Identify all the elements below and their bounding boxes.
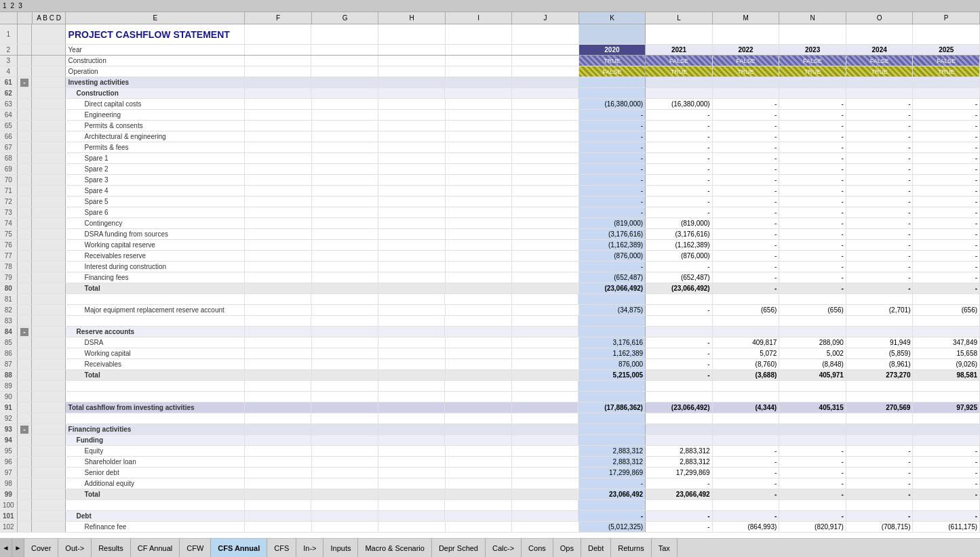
cell-k-63: (16,380,000) <box>579 99 646 109</box>
cell-label-102: Refinance fee <box>66 522 245 532</box>
cell-label-64: Engineering <box>66 110 245 120</box>
tab-inputs[interactable]: Inputs <box>324 539 358 557</box>
cell-label-76: Working capital reserve <box>66 240 245 250</box>
cell-k-98: - <box>579 478 646 489</box>
tab-ops[interactable]: Ops <box>553 539 581 557</box>
cell-p-95: - <box>913 446 980 456</box>
row-num-100: 100 <box>0 500 18 510</box>
tab-depr-sched[interactable]: Depr Sched <box>432 539 486 557</box>
cell-l-70: - <box>646 175 713 185</box>
collapse-btn-84[interactable]: - <box>20 328 28 336</box>
row-num-67: 67 <box>0 142 18 152</box>
cell-n-93 <box>779 424 846 434</box>
tab-tax[interactable]: Tax <box>652 539 678 557</box>
cell-m-97: - <box>713 468 780 478</box>
cell-p-94 <box>913 435 980 445</box>
cell-k-80: (23,066,492) <box>579 283 646 293</box>
cell-m-66: - <box>713 131 780 142</box>
tab-cons[interactable]: Cons <box>522 539 553 557</box>
cell-k-64: - <box>579 110 646 120</box>
year-header-row: 2 Year 2020 2021 2022 2023 2024 2025 <box>0 45 980 56</box>
cell-k-81 <box>579 294 646 304</box>
tab-top-2[interactable]: 2 <box>11 2 15 9</box>
table-row: 68 Spare 1 - - - - - - <box>0 153 980 164</box>
row-num-81: 81 <box>0 294 18 304</box>
cell-n-95: - <box>779 446 846 456</box>
row-num-85: 85 <box>0 337 18 348</box>
cell-o-95: - <box>846 446 914 456</box>
row-num-92: 92 <box>0 413 18 424</box>
tab-cfs[interactable]: CFS <box>267 539 296 557</box>
cell-n-73: - <box>779 207 846 218</box>
cell-m-89 <box>713 381 780 391</box>
cell-m-90 <box>713 392 780 402</box>
tab-results[interactable]: Results <box>92 539 131 557</box>
tab-returns[interactable]: Returns <box>611 539 652 557</box>
cell-m-101: - <box>713 511 780 521</box>
cell-label-63: Direct capital costs <box>66 99 245 109</box>
cell-o-71: - <box>846 186 914 196</box>
cell-l-94 <box>646 435 713 445</box>
table-row: 100 <box>0 500 980 511</box>
cell-p-98: - <box>913 478 980 489</box>
tab-top-1[interactable]: 1 <box>3 2 7 9</box>
cell-p-75: - <box>913 229 980 239</box>
cell-o-85: 91,949 <box>846 337 914 348</box>
tab-prev[interactable]: ◄ <box>0 539 12 557</box>
tab-calc--[interactable]: Calc-> <box>486 539 522 557</box>
cell-label-90 <box>66 392 245 402</box>
cell-l-87: - <box>646 359 713 369</box>
cell-p-65: - <box>913 121 980 131</box>
cell-l-82: - <box>646 305 713 315</box>
tab-cover[interactable]: Cover <box>24 539 58 557</box>
cell-p-102: (611,175) <box>913 522 980 532</box>
table-row: 94 Funding <box>0 435 980 446</box>
cell-n-78: - <box>779 262 846 272</box>
collapse-btn-61[interactable]: - <box>20 79 28 87</box>
tab-next[interactable]: ► <box>12 539 24 557</box>
cell-k-95: 2,883,312 <box>579 446 646 456</box>
cell-o-93 <box>846 424 914 434</box>
tab-cfs-annual[interactable]: CFS Annual <box>211 539 267 557</box>
tab-out--[interactable]: Out-> <box>58 539 92 557</box>
table-row: 62 Construction <box>0 88 980 99</box>
collapse-btn-93[interactable]: - <box>20 426 28 434</box>
cell-k-84 <box>579 327 646 337</box>
tab-debt[interactable]: Debt <box>581 539 611 557</box>
cell-k-94 <box>579 435 646 445</box>
cell-p-96: - <box>913 457 980 467</box>
cell-l-92 <box>646 413 713 424</box>
tab-macro---scenario[interactable]: Macro & Scenario <box>358 539 431 557</box>
row-num-61: 61 <box>0 77 18 87</box>
cell-m-92 <box>713 413 780 424</box>
cell-l-74: (819,000) <box>646 218 713 228</box>
cell-p-83 <box>913 316 980 326</box>
row-num-68: 68 <box>0 153 18 163</box>
cell-k-85: 3,176,616 <box>579 337 646 348</box>
cell-p-67: - <box>913 142 980 152</box>
cell-label-82: Major equipment replacement reserve acco… <box>66 305 245 315</box>
tab-in--[interactable]: In-> <box>296 539 324 557</box>
row-num-63: 63 <box>0 99 18 109</box>
tab-cf-annual[interactable]: CF Annual <box>131 539 180 557</box>
row-num-73: 73 <box>0 207 18 218</box>
tab-top-3[interactable]: 3 <box>18 2 22 9</box>
row-num-71: 71 <box>0 186 18 196</box>
cell-l-89 <box>646 381 713 391</box>
row-num-74: 74 <box>0 218 18 228</box>
cell-p-64: - <box>913 110 980 120</box>
cell-label-77: Receivables reserve <box>66 251 245 261</box>
tab-cfw[interactable]: CFW <box>180 539 211 557</box>
col-header-g: G <box>312 12 379 24</box>
grid[interactable]: 1 PROJECT CASHFLOW STATEMENT 2 Year <box>0 24 980 538</box>
cell-label-96: Shareholder loan <box>66 457 245 467</box>
cell-label-80: Total <box>66 283 245 293</box>
cell-label-69: Spare 2 <box>66 164 245 174</box>
cell-o-90 <box>846 392 914 402</box>
cell-m-69: - <box>713 164 780 174</box>
cell-n-100 <box>779 500 846 510</box>
table-row: 72 Spare 5 - - - - - - <box>0 197 980 207</box>
cell-p-84 <box>913 327 980 337</box>
table-row: 82 Major equipment replacement reserve a… <box>0 305 980 316</box>
cell-k-79: (652,487) <box>579 272 646 283</box>
